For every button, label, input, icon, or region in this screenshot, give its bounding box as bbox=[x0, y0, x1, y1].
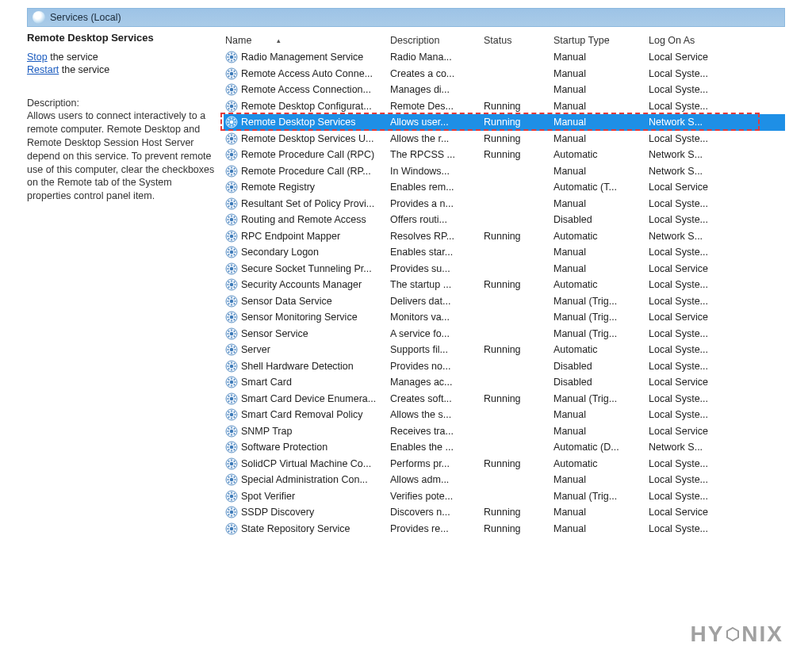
service-gear-icon bbox=[225, 490, 238, 503]
svg-rect-65 bbox=[235, 155, 236, 155]
stop-service-link[interactable]: Stop bbox=[27, 52, 48, 63]
service-name: Shell Hardware Detection bbox=[241, 361, 385, 372]
svg-rect-222 bbox=[231, 411, 232, 412]
column-header-status[interactable]: Status bbox=[484, 35, 553, 46]
column-header-logon[interactable]: Log On As bbox=[649, 35, 736, 46]
service-logon: Local Syste... bbox=[649, 409, 736, 420]
svg-rect-243 bbox=[231, 450, 232, 452]
svg-rect-215 bbox=[235, 398, 236, 399]
svg-rect-114 bbox=[228, 235, 229, 236]
table-row[interactable]: Security Accounts Manager The startup ..… bbox=[224, 277, 785, 293]
table-row[interactable]: State Repository Service Provides re... … bbox=[224, 521, 785, 537]
table-row[interactable]: Resultant Set of Policy Provi... Provide… bbox=[224, 196, 785, 212]
table-row[interactable]: Remote Desktop Services U... Allows the … bbox=[224, 131, 785, 147]
svg-rect-112 bbox=[231, 231, 232, 233]
service-startup: Manual bbox=[553, 426, 649, 437]
service-startup: Disabled bbox=[553, 377, 649, 388]
svg-rect-274 bbox=[228, 495, 229, 496]
svg-rect-25 bbox=[235, 90, 236, 90]
table-row[interactable]: Smart Card Device Enumera... Creates sof… bbox=[224, 391, 785, 407]
svg-rect-53 bbox=[231, 141, 232, 143]
table-row[interactable]: Remote Desktop Services Allows user... R… bbox=[224, 114, 785, 131]
table-row[interactable]: RPC Endpoint Mapper Resolves RP... Runni… bbox=[224, 228, 785, 245]
service-status: Running bbox=[484, 231, 553, 242]
table-row[interactable]: Routing and Remote Access Offers routi..… bbox=[224, 212, 785, 228]
svg-rect-74 bbox=[228, 170, 229, 171]
service-description: Provides re... bbox=[390, 523, 484, 534]
service-status: Running bbox=[484, 507, 553, 518]
svg-rect-84 bbox=[228, 187, 229, 188]
svg-rect-144 bbox=[228, 285, 229, 285]
svg-point-121 bbox=[230, 251, 233, 254]
table-row[interactable]: Remote Access Auto Conne... Creates a co… bbox=[224, 66, 785, 82]
column-header-name[interactable]: Name ▴ bbox=[224, 35, 390, 46]
table-row[interactable]: Shell Hardware Detection Provides no... … bbox=[224, 358, 785, 375]
table-row[interactable]: Secondary Logon Enables star... Manual L… bbox=[224, 244, 785, 261]
service-name: Sensor Monitoring Service bbox=[241, 312, 385, 323]
svg-rect-174 bbox=[228, 333, 229, 334]
service-startup: Manual bbox=[553, 263, 649, 274]
service-description: Provides a n... bbox=[390, 198, 484, 209]
svg-point-251 bbox=[230, 462, 233, 465]
table-row[interactable]: Spot Verifier Verifies pote... Manual (T… bbox=[224, 488, 785, 505]
table-row[interactable]: SSDP Discovery Discovers n... Running Ma… bbox=[224, 504, 785, 521]
table-row[interactable]: Sensor Data Service Delivers dat... Manu… bbox=[224, 293, 785, 310]
service-name: RPC Endpoint Mapper bbox=[241, 231, 385, 242]
service-gear-icon bbox=[225, 392, 238, 405]
service-description: Enables star... bbox=[390, 247, 484, 258]
table-row[interactable]: Remote Access Connection... Manages di..… bbox=[224, 82, 785, 98]
service-description: Allows adm... bbox=[390, 474, 484, 485]
svg-point-91 bbox=[230, 202, 233, 205]
service-name: SSDP Discovery bbox=[241, 507, 385, 518]
service-logon: Local Syste... bbox=[649, 491, 736, 502]
service-name: Secure Socket Tunneling Pr... bbox=[241, 263, 385, 274]
table-row[interactable]: Sensor Monitoring Service Monitors va...… bbox=[224, 309, 785, 326]
table-row[interactable]: Remote Desktop Configurat... Remote Des.… bbox=[224, 98, 785, 115]
table-row[interactable]: Server Supports fil... Running Automatic… bbox=[224, 342, 785, 358]
svg-rect-73 bbox=[231, 174, 232, 175]
svg-point-211 bbox=[230, 397, 233, 400]
table-row[interactable]: Remote Procedure Call (RPC) The RPCSS ..… bbox=[224, 147, 785, 163]
svg-rect-142 bbox=[231, 281, 232, 282]
column-header-description[interactable]: Description bbox=[390, 35, 484, 46]
description-text: Allows users to connect interactively to… bbox=[27, 109, 216, 203]
table-row[interactable]: Secure Socket Tunneling Pr... Provides s… bbox=[224, 261, 785, 277]
table-row[interactable]: Remote Registry Enables rem... Automatic… bbox=[224, 179, 785, 196]
service-description: Delivers dat... bbox=[390, 296, 484, 307]
table-row[interactable]: Sensor Service A service fo... Manual (T… bbox=[224, 326, 785, 342]
service-startup: Manual bbox=[553, 68, 649, 79]
service-logon: Local Syste... bbox=[649, 458, 736, 469]
table-row[interactable]: Remote Procedure Call (RP... In Windows.… bbox=[224, 163, 785, 180]
table-row[interactable]: Software Protection Enables the ... Auto… bbox=[224, 439, 785, 456]
svg-rect-235 bbox=[235, 430, 236, 431]
table-row[interactable]: Smart Card Manages ac... Disabled Local … bbox=[224, 374, 785, 391]
table-row[interactable]: SNMP Trap Receives tra... Manual Local S… bbox=[224, 423, 785, 440]
column-header-startup[interactable]: Startup Type bbox=[553, 35, 649, 46]
table-row[interactable]: Radio Management Service Radio Mana... M… bbox=[224, 49, 785, 66]
svg-rect-104 bbox=[228, 220, 229, 220]
watermark-text-1: HY bbox=[690, 622, 724, 646]
svg-rect-115 bbox=[235, 235, 236, 236]
service-gear-icon bbox=[225, 295, 238, 308]
service-startup: Manual (Trig... bbox=[553, 491, 649, 502]
svg-rect-95 bbox=[235, 203, 236, 204]
service-description: In Windows... bbox=[390, 166, 484, 177]
svg-rect-285 bbox=[235, 512, 236, 513]
svg-rect-244 bbox=[228, 447, 229, 448]
svg-rect-192 bbox=[231, 362, 232, 363]
service-status: Running bbox=[484, 117, 553, 128]
svg-point-131 bbox=[230, 267, 233, 270]
table-row[interactable]: SolidCP Virtual Machine Co... Performs p… bbox=[224, 456, 785, 472]
svg-rect-75 bbox=[235, 170, 236, 171]
table-row[interactable]: Special Administration Con... Allows adm… bbox=[224, 472, 785, 488]
table-row[interactable]: Smart Card Removal Policy Allows the s..… bbox=[224, 407, 785, 423]
svg-point-181 bbox=[230, 348, 233, 351]
restart-service-link[interactable]: Restart bbox=[27, 64, 59, 75]
svg-rect-54 bbox=[228, 138, 229, 139]
service-description: Allows the s... bbox=[390, 409, 484, 420]
svg-rect-145 bbox=[235, 285, 236, 285]
svg-rect-3 bbox=[231, 60, 232, 62]
svg-marker-300 bbox=[727, 628, 738, 641]
service-logon: Local Syste... bbox=[649, 214, 736, 225]
service-name: Remote Desktop Services bbox=[241, 117, 385, 128]
